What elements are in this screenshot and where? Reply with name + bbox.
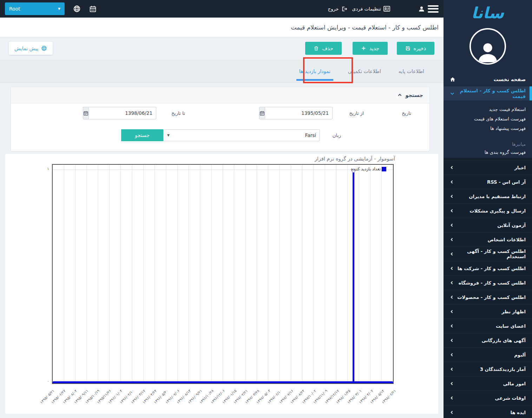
sidebar-item-label: اطلس کسب و کار - محصولات xyxy=(457,295,526,300)
sidebar-upper: سانا صفحه نخست اطلس کسب و کار - استعلام … xyxy=(444,0,532,158)
root-select[interactable]: Root ▼ xyxy=(5,2,65,15)
globe-icon[interactable] xyxy=(73,5,81,13)
chevron-left-icon xyxy=(450,396,454,400)
chevron-left-icon xyxy=(450,295,454,299)
tab-basic-info[interactable]: اطلاعات پایه xyxy=(396,60,427,83)
search-panel-title: جستجو xyxy=(405,92,423,98)
language-select[interactable]: Farsi ▼ xyxy=(163,129,320,141)
sidebar-accordion: اخبارآر اس اس - RSSارتباط مستقیم با مدیر… xyxy=(444,160,532,418)
chevron-left-icon xyxy=(450,324,454,328)
y-axis-tick: ۱ xyxy=(42,166,49,171)
chevron-left-icon xyxy=(450,223,454,227)
to-date-input[interactable] xyxy=(89,107,156,119)
sidebar-item[interactable]: اطلس کسب و کار - آگهی استخدام xyxy=(444,247,532,261)
chevron-up-icon xyxy=(398,93,402,97)
sidebar-item-label: اعضای سایت xyxy=(496,324,526,329)
chart-title: آسوموار - آزمایشی در گروه نرم افزار xyxy=(315,156,395,162)
sidebar-item-home[interactable]: صفحه نخست xyxy=(444,72,532,86)
delete-button[interactable]: حذف xyxy=(305,42,342,55)
language-select-value: Farsi xyxy=(305,132,316,138)
topbar: Root ▼ تنظیمات فردی خروج xyxy=(0,0,444,18)
home-label: صفحه نخست xyxy=(494,77,526,82)
sidebar-item-label: اطلس کسب و کار - آگهی استخدام xyxy=(454,249,526,259)
sidebar-item[interactable]: ارتباط مستقیم با مدیران xyxy=(444,189,532,203)
chevron-down-icon xyxy=(450,91,455,96)
sidebar-subitem[interactable]: فهرست استعلام های قیمت xyxy=(450,114,526,124)
legend-label: تعداد بازدید کننده xyxy=(351,166,381,171)
from-date-group xyxy=(284,107,333,119)
sidebar-item-label: اظهار نظر xyxy=(501,309,526,314)
shortcuts-header: میانبرها xyxy=(444,133,532,147)
chevron-down-icon: ▼ xyxy=(167,133,170,137)
sidebar-item-label: ایده ها xyxy=(510,410,526,415)
page-header: اطلس کسب و کار - استعلام قیمت - ویرایش ا… xyxy=(0,18,444,37)
chevron-left-icon xyxy=(450,180,454,184)
from-date-input[interactable] xyxy=(265,107,333,119)
chevron-left-icon xyxy=(450,281,454,285)
sidebar-item[interactable]: اظهار نظر xyxy=(444,304,532,319)
new-button[interactable]: جدید xyxy=(353,42,388,55)
chevron-left-icon xyxy=(450,165,454,170)
search-panel-header[interactable]: جستجو xyxy=(11,87,429,103)
sidebar-item[interactable]: آر اس اس - RSS xyxy=(444,175,532,189)
root-select-value: Root xyxy=(9,6,20,12)
brand-logo: سانا xyxy=(444,0,532,24)
sidebar-shortcuts: فهرست گروه بندی ها xyxy=(444,147,532,157)
legend-swatch xyxy=(382,167,386,171)
sidebar-item[interactable]: اخبار xyxy=(444,160,532,175)
sidebar-item-active-price-inquiry[interactable]: اطلس کسب و کار - استعلام قیمت xyxy=(444,86,532,100)
calendar-picker-icon[interactable] xyxy=(83,107,89,119)
chevron-left-icon xyxy=(450,353,454,357)
trash-icon xyxy=(314,46,319,51)
sidebar-item[interactable]: اطلس کسب و کار - محصولات xyxy=(444,290,532,304)
active-item-label: اطلس کسب و کار - استعلام قیمت xyxy=(455,88,526,99)
sidebar-item[interactable]: اطلس کسب و کار - شرکت ها xyxy=(444,261,532,275)
user-icon[interactable] xyxy=(418,6,425,12)
sidebar-item[interactable]: ایده ها xyxy=(444,405,532,418)
calendar-icon[interactable] xyxy=(89,5,97,13)
content-area: ذخیره جدید حذف پیش نمایش اطلاعات پایهاطل… xyxy=(0,37,444,418)
sidebar-item-label: آگهی های بازرگانی xyxy=(481,338,526,343)
save-button[interactable]: ذخیره xyxy=(397,42,434,55)
topbar-right-cluster: تنظیمات فردی خروج xyxy=(328,6,390,12)
chevron-left-icon xyxy=(450,338,454,342)
hamburger-menu-icon[interactable] xyxy=(428,5,439,13)
logout-link[interactable]: خروج xyxy=(328,6,347,12)
chart-plot-area xyxy=(52,164,394,384)
sidebar-item-label: آزمون آنلاین xyxy=(497,223,526,228)
sidebar-item[interactable]: اطلس کسب و کار - فروشگاه xyxy=(444,275,532,290)
sidebar-subitem[interactable]: فهرست پیشنهاد ها xyxy=(450,124,526,133)
language-label: زبان xyxy=(333,129,341,141)
sidebar-item[interactable]: ارسال و پیگیری مشکلات xyxy=(444,203,532,218)
sidebar-item-label: امور مالی xyxy=(503,381,526,386)
new-button-label: جدید xyxy=(369,46,379,51)
sidebar-item[interactable]: آلبوم xyxy=(444,347,532,362)
sidebar-item[interactable]: آگهی های بازرگانی xyxy=(444,333,532,347)
search-submit-button[interactable]: جستجو xyxy=(121,129,163,141)
sidebar-item-label: ارسال و پیگیری مشکلات xyxy=(469,208,526,214)
tab-visits-chart[interactable]: نمودار بازدید ها xyxy=(296,60,333,83)
chevron-left-icon xyxy=(450,252,454,256)
sidebar-item[interactable]: اطلاعات اشخاص xyxy=(444,232,532,247)
sidebar-item-label: اطلس کسب و کار - فروشگاه xyxy=(459,280,526,286)
main-column: Root ▼ تنظیمات فردی خروج xyxy=(0,0,444,418)
preview-button[interactable]: پیش نمایش xyxy=(9,42,53,55)
sidebar-shortcut-item[interactable]: فهرست گروه بندی ها xyxy=(450,148,526,157)
sidebar-item-label: اوقات شرعی xyxy=(495,396,526,401)
sidebar-subitem[interactable]: استعلام قیمت جدید xyxy=(450,105,526,114)
sidebar-item-label: اطلاعات اشخاص xyxy=(488,237,526,242)
globe-icon xyxy=(41,45,47,51)
sidebar-item[interactable]: آزمون آنلاین xyxy=(444,218,532,232)
tab-additional-info[interactable]: اطلاعات تکمیلی xyxy=(345,60,384,83)
personal-settings-link[interactable]: تنظیمات فردی xyxy=(352,6,390,12)
avatar[interactable] xyxy=(469,28,506,65)
sidebar-item[interactable]: آمار بازدیدکنندگان 3 xyxy=(444,362,532,376)
chevron-left-icon xyxy=(450,209,454,213)
chevron-left-icon xyxy=(450,194,454,198)
calendar-picker-icon[interactable] xyxy=(259,107,265,119)
sidebar-item-label: آلبوم xyxy=(514,352,526,358)
home-icon xyxy=(450,77,455,82)
sidebar-item[interactable]: اوقات شرعی xyxy=(444,391,532,405)
sidebar-item[interactable]: اعضای سایت xyxy=(444,319,532,333)
sidebar-item[interactable]: امور مالی xyxy=(444,376,532,391)
